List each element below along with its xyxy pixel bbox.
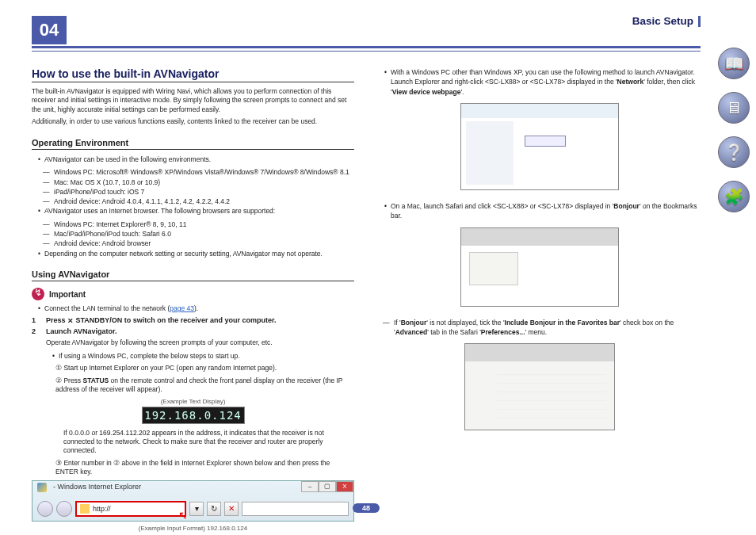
bn-b4: Preferences... <box>481 328 525 336</box>
bonjour-note: If 'Bonjour' is not displayed, tick the … <box>383 318 701 338</box>
important-label: Important <box>49 290 86 299</box>
ip-display: 192.168.0.124 <box>142 407 245 424</box>
d4: Android device: Android 4.0.4, 4.1.1, 4.… <box>43 197 354 206</box>
page-link[interactable]: page 43 <box>170 304 194 312</box>
right-column: With a Windows PC other than Windows XP,… <box>378 67 701 533</box>
s2b: STATUS <box>82 376 109 384</box>
bn-c: ' is not displayed, tick the ' <box>426 319 504 327</box>
sub-3: ③ Enter number in ② above in the field i… <box>55 459 354 477</box>
d7: Android device: Android browser <box>43 239 354 248</box>
page-number: 48 <box>353 503 380 513</box>
using-heading: Using AVNavigator <box>32 269 354 281</box>
help-icon[interactable]: ❔ <box>718 136 750 168</box>
winpc-c: '. <box>460 88 464 96</box>
minimize-icon[interactable]: – <box>301 481 319 492</box>
winpc-list: With a Windows PC other than Windows XP,… <box>378 67 701 97</box>
intro-1: The built-in AVNavigator is equipped wit… <box>32 87 354 114</box>
left-column: How to use the built-in AVNavigator The … <box>32 67 354 533</box>
chapter-badge: 04 <box>32 16 67 44</box>
mac-list: On a Mac, launch Safari and click <SC-LX… <box>378 201 701 221</box>
op-env-dash-1: Windows PC: Microsoft® Windows® XP/Windo… <box>32 167 354 206</box>
sub-3-text: Enter number in ② above in the field in … <box>55 459 330 476</box>
stop-icon[interactable]: ✕ <box>224 502 239 516</box>
search-box[interactable] <box>242 502 349 516</box>
safari-bonjour-item: [Model No.] <box>474 266 505 273</box>
mac-b: Bonjour <box>613 202 640 210</box>
win-line: If using a Windows PC, complete the belo… <box>52 351 354 361</box>
mac-a: On a Mac, launch Safari and click <SC-LX… <box>391 202 613 210</box>
safari-bonjour-screenshot: Bonjour [Model No.] <box>460 227 619 307</box>
close-icon[interactable]: X <box>336 481 353 492</box>
d1: Windows PC: Microsoft® Windows® XP/Windo… <box>43 167 354 177</box>
op-env-list: AVNavigator can be used in the following… <box>32 155 354 164</box>
op-env-list-3: Depending on the computer network settin… <box>32 249 354 258</box>
example-input-caption: (Example Input Format) 192.168.0.124 <box>32 525 354 532</box>
ie-favicon-icon <box>37 483 47 492</box>
bn-f: ' menu. <box>525 328 548 336</box>
sub-steps: ① Start up Internet Explorer on your PC … <box>32 364 354 394</box>
bn-b1: Bonjour <box>401 319 427 327</box>
intro-2: Additionally, in order to use various fu… <box>32 117 354 126</box>
mac-line: On a Mac, launch Safari and click <SC-LX… <box>384 201 701 221</box>
safari-bonjour-label: Bonjour <box>474 257 491 262</box>
network-folder-screenshot <box>460 103 619 190</box>
back-icon[interactable] <box>37 501 53 517</box>
section-title-bar: Basic Setup <box>632 16 701 27</box>
page-container: 04 Basic Setup How to use the built-in A… <box>32 16 701 519</box>
ie-window-controls: – ▢ X <box>301 481 353 492</box>
winpc-line: With a Windows PC other than Windows XP,… <box>384 67 701 97</box>
op-env-b2: AVNavigator uses an Internet browser. Th… <box>38 206 354 216</box>
example-display-caption: (Example Text Display) <box>32 398 354 405</box>
hardware-icon[interactable]: 🖥 <box>718 92 750 124</box>
d5: Windows PC: Internet Explorer® 8, 9, 10,… <box>43 220 354 229</box>
sub-2: ② Press STATUS on the remote control and… <box>55 376 354 395</box>
bn-a: If ' <box>394 319 401 327</box>
win-list: If using a Windows PC, complete the belo… <box>32 351 354 361</box>
ie-toolbar: http:// ↖ ▾ ↻ ✕ <box>37 501 349 517</box>
op-env-b3: Depending on the computer network settin… <box>38 249 354 258</box>
op-env-list-2: AVNavigator uses an Internet browser. Th… <box>32 206 354 216</box>
bn-b2: Include Bonjour in the Favorites bar <box>505 319 620 327</box>
step-2-text: Launch AVNavigator. <box>46 327 354 335</box>
header-row: 04 Basic Setup <box>32 16 701 44</box>
winpc-b1: Network <box>617 78 644 86</box>
connect-lan-after: ). <box>194 304 198 312</box>
ip-note: If 0.0.0.0 or 169.254.112.202 appears in… <box>32 429 354 456</box>
bn-b3: Advanced <box>395 328 428 336</box>
d3: iPad/iPhone/iPod touch: iOS 7 <box>43 187 354 197</box>
sub-steps-2: ③ Enter number in ② above in the field i… <box>32 459 354 477</box>
connect-lan-text: Connect the LAN terminal to the network … <box>44 304 170 312</box>
forward-icon[interactable] <box>56 501 72 517</box>
important-row: Important <box>32 288 354 300</box>
bonjour-note-list: If 'Bonjour' is not displayed, tick the … <box>378 318 701 338</box>
s2a: Press <box>63 376 82 384</box>
ie-title: - Windows Internet Explorer <box>53 483 141 491</box>
op-env-dash-2: Windows PC: Internet Explorer® 8, 9, 10,… <box>32 220 354 249</box>
book-icon[interactable]: 📖 <box>718 48 750 79</box>
op-env-b1: AVNavigator can be used in the following… <box>38 155 354 164</box>
ie-window: - Windows Internet Explorer – ▢ X http:/… <box>32 480 354 522</box>
refresh-icon[interactable]: ↻ <box>207 502 221 516</box>
op-env-heading: Operating Environment <box>32 138 354 150</box>
connect-lan: Connect the LAN terminal to the network … <box>38 304 354 313</box>
address-bar[interactable]: http:// ↖ <box>75 501 186 517</box>
winpc-b2: View device webpage <box>392 88 461 96</box>
faq-icon[interactable]: 🧩 <box>718 181 750 212</box>
columns: How to use the built-in AVNavigator The … <box>32 67 701 533</box>
sub-1-text: Start up Internet Explorer on your PC (o… <box>63 364 277 372</box>
page-icon <box>80 504 90 514</box>
safari-prefs-screenshot <box>464 343 615 430</box>
maximize-icon[interactable]: ▢ <box>319 481 336 492</box>
header-rule-thick <box>32 46 701 48</box>
cursor-arrow-icon: ↖ <box>178 509 188 522</box>
main-heading: How to use the built-in AVNavigator <box>32 67 354 82</box>
d2: Mac: Mac OS X (10.7, 10.8 or 10.9) <box>43 178 354 187</box>
dropdown-icon[interactable]: ▾ <box>189 502 204 516</box>
side-icons: 📖 🖥 ❔ 🧩 <box>718 48 750 212</box>
step-1-text: Press ⨯ STANDBY/ON to switch on the rece… <box>46 316 354 324</box>
connect-lan-list: Connect the LAN terminal to the network … <box>32 304 354 313</box>
d6: Mac/iPad/iPhone/iPod touch: Safari 6.0 <box>43 229 354 239</box>
step-1-num: 1 <box>32 316 40 324</box>
header-rule-thin <box>32 51 701 52</box>
step-1: 1 Press ⨯ STANDBY/ON to switch on the re… <box>32 316 354 324</box>
